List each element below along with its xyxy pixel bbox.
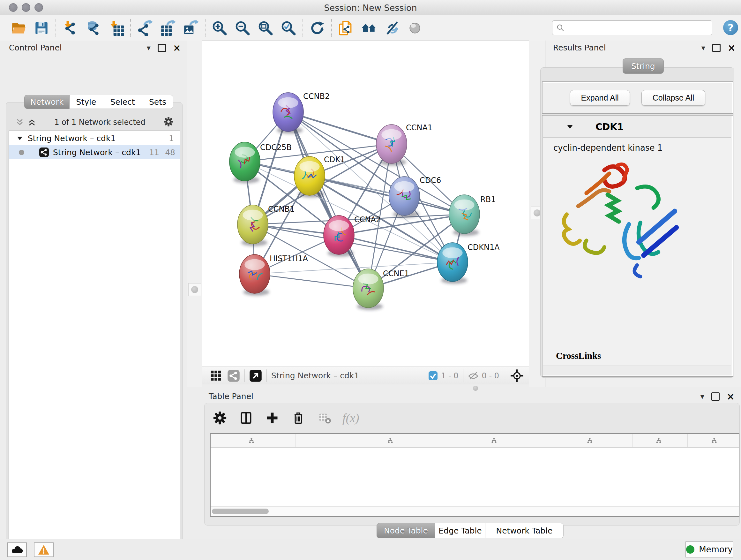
section-expander-icon[interactable] <box>566 123 574 131</box>
tab-node-table[interactable]: Node Table <box>377 523 435 538</box>
memory-button[interactable]: Memory <box>685 542 733 557</box>
network-node-RB1[interactable]: RB1 <box>449 195 495 236</box>
network-node-CCNA2[interactable]: CCNA2 <box>324 215 381 257</box>
tab-network[interactable]: Network <box>24 95 70 109</box>
warning-button[interactable] <box>34 543 54 557</box>
control-panel-content: 1 of 1 Network selected String Network –… <box>6 102 183 560</box>
zoom-out-button[interactable] <box>231 18 254 38</box>
network-collection-row[interactable]: String Network – cdk1 1 <box>9 131 180 145</box>
zoom-selected-region-button[interactable] <box>277 18 300 38</box>
network-node-CCNE1[interactable]: CCNE1 <box>353 269 409 310</box>
search-input[interactable] <box>564 22 712 34</box>
export-network-button[interactable] <box>133 18 156 38</box>
control-panel-menu-icon[interactable]: ▾ <box>147 44 151 52</box>
table-panel-close-icon[interactable]: × <box>727 392 735 401</box>
import-network-from-file-button[interactable] <box>59 18 82 38</box>
network-edge[interactable] <box>255 274 368 288</box>
refresh-layout-icon <box>309 20 325 36</box>
tree-expander-icon[interactable] <box>16 135 23 142</box>
create-column-icon[interactable] <box>264 410 280 426</box>
control-panel-float-icon[interactable] <box>158 44 166 52</box>
network-edge[interactable] <box>288 112 392 144</box>
control-panel-tabs: NetworkStyleSelectSets <box>24 95 173 108</box>
tab-select[interactable]: Select <box>103 95 142 109</box>
detach-view-icon[interactable] <box>249 369 262 382</box>
save-session-button[interactable] <box>30 18 53 38</box>
tab-edge-table[interactable]: Edge Table <box>435 523 485 538</box>
import-network-from-database-button[interactable] <box>82 18 105 38</box>
refresh-layout-button[interactable] <box>306 18 329 38</box>
network-node-HIST1H1A[interactable]: HIST1H1A <box>239 254 308 296</box>
table-options-gear-icon[interactable] <box>212 410 228 426</box>
network-node-CCNA1[interactable]: CCNA1 <box>376 123 432 166</box>
table-panel-float-icon[interactable] <box>711 392 720 401</box>
table-cell <box>211 448 295 461</box>
network-node-CCNB2[interactable]: CCNB2 <box>273 92 330 134</box>
network-options-gear-icon[interactable] <box>163 116 174 128</box>
left-splitter[interactable] <box>187 41 202 387</box>
left-splitter-handle[interactable] <box>188 283 201 296</box>
home-button[interactable] <box>357 18 381 38</box>
collapse-all-networks-icon[interactable] <box>15 118 24 127</box>
export-table-button[interactable] <box>156 18 179 38</box>
network-node-CDK1[interactable]: CDK1 <box>294 155 345 198</box>
import-table-from-file-icon <box>108 20 124 36</box>
selected-nodes-checkbox-icon[interactable] <box>428 371 438 381</box>
help-button[interactable]: ? <box>723 20 738 35</box>
network-graph[interactable]: CCNB2 CCNA1 CDC25B CDK1 CDC6 RB1 <box>202 41 529 367</box>
level-of-detail-icon <box>407 20 423 36</box>
column-header-sharedname[interactable] <box>211 434 296 447</box>
column-header-name[interactable] <box>296 434 343 447</box>
result-section-header[interactable]: CDK1 <box>543 116 731 138</box>
control-panel-close-icon[interactable]: × <box>173 43 181 53</box>
results-list: CDK1 cyclin-dependent kinase 1 <box>542 115 733 377</box>
level-of-detail-button[interactable] <box>403 18 426 38</box>
results-tab-string[interactable]: String <box>623 58 664 74</box>
tab-network-table[interactable]: Network Table <box>485 523 563 538</box>
column-header-databaseidentifier[interactable] <box>441 434 550 447</box>
collapse-all-button[interactable]: Collapse All <box>642 90 705 106</box>
network-edge[interactable] <box>255 262 453 274</box>
expand-all-button[interactable]: Expand All <box>570 90 630 106</box>
network-canvas[interactable]: CCNB2 CCNA1 CDC25B CDK1 CDC6 RB1 <box>202 41 529 367</box>
show-columns-icon[interactable] <box>238 410 254 426</box>
table-horizontal-scrollbar[interactable] <box>211 506 739 516</box>
network-node-CDC25B[interactable]: CDC25B <box>229 142 292 183</box>
network-node-CDKN1A[interactable]: CDKN1A <box>437 243 500 284</box>
expand-all-networks-icon[interactable] <box>27 118 37 127</box>
column-header-namespace[interactable] <box>688 434 739 447</box>
export-image-button[interactable] <box>179 18 202 38</box>
zoom-in-button[interactable] <box>208 18 231 38</box>
grid-view-icon[interactable] <box>210 370 222 382</box>
hide-graphics-details-button[interactable] <box>381 18 403 38</box>
scrollbar-thumb[interactable] <box>212 509 269 514</box>
column-header-description[interactable] <box>550 434 633 447</box>
bottom-splitter-handle[interactable] <box>471 385 480 392</box>
share-view-icon[interactable] <box>227 369 240 382</box>
delete-column-trash-icon[interactable] <box>290 410 307 426</box>
clone-network-button[interactable] <box>334 18 357 38</box>
column-header-canonicalname[interactable] <box>343 434 441 447</box>
results-panel-menu-icon[interactable]: ▾ <box>701 44 705 52</box>
cloud-button[interactable] <box>7 543 27 557</box>
zoom-fit-content-button[interactable] <box>254 18 277 38</box>
column-type-icon <box>656 437 662 444</box>
application-window: Session: New Session ? Control Panel ▾ × <box>0 0 741 560</box>
table-row[interactable] <box>211 448 739 461</box>
results-panel-float-icon[interactable] <box>712 44 721 52</box>
open-session-button[interactable] <box>7 18 30 38</box>
table-cell <box>631 448 686 461</box>
table-panel: Table Panel ▾ × f(x) <box>202 387 741 539</box>
table-cell <box>549 448 631 461</box>
column-header-id[interactable] <box>633 434 688 447</box>
tab-sets[interactable]: Sets <box>142 95 173 109</box>
birds-eye-target-icon[interactable] <box>510 369 524 383</box>
tab-style[interactable]: Style <box>70 95 103 109</box>
network-row-selected[interactable]: String Network – cdk1 11 48 <box>9 145 180 159</box>
node-table[interactable] <box>210 433 739 517</box>
table-panel-menu-icon[interactable]: ▾ <box>700 393 704 400</box>
import-table-from-file-button[interactable] <box>105 18 128 38</box>
network-node-CCNB1[interactable]: CCNB1 <box>238 205 294 246</box>
results-panel-close-icon[interactable]: × <box>728 43 736 53</box>
table-type-tabs: Node TableEdge TableNetwork Table <box>377 523 563 538</box>
